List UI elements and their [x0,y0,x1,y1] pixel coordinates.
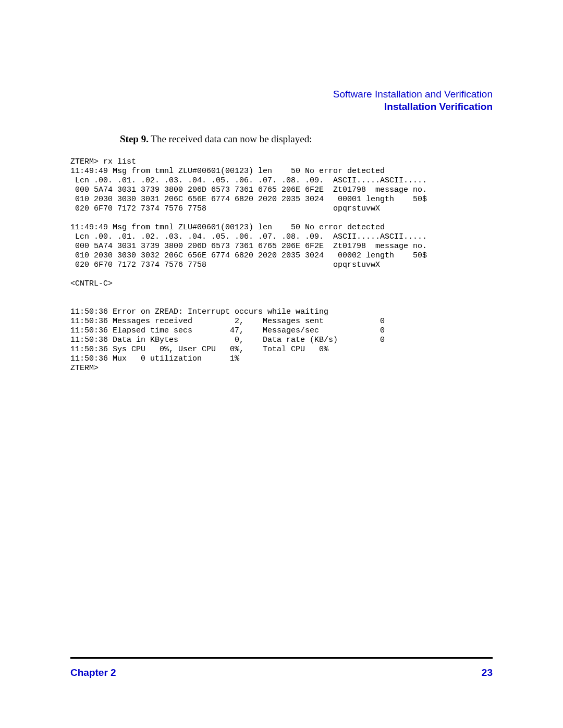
step-label: Step 9. [120,133,149,144]
page-number: 23 [482,667,493,678]
footer-row: Chapter 2 23 [70,667,493,678]
chapter-label: Chapter 2 [70,667,116,678]
footer-rule [70,657,493,659]
terminal-output: ZTERM> rx list 11:49:49 Msg from tmnl ZL… [70,157,493,373]
page-container: Software Installation and Verification I… [0,0,563,728]
step-text: The received data can now be displayed: [149,133,312,144]
header-subsection-title: Installation Verification [70,101,493,113]
page-footer: Chapter 2 23 [70,657,493,678]
step-instruction: Step 9. The received data can now be dis… [120,133,493,145]
page-header: Software Installation and Verification I… [70,89,493,113]
header-section-title: Software Installation and Verification [70,89,493,100]
